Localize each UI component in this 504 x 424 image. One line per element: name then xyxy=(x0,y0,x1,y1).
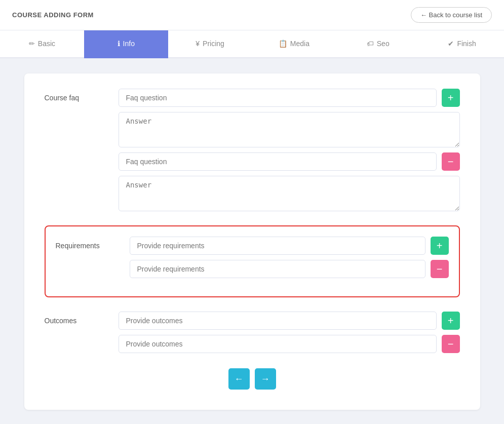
out1-row: + xyxy=(119,312,460,330)
prev-button[interactable]: ← xyxy=(228,368,250,390)
tab-seo-label: Seo xyxy=(377,40,390,48)
requirements-row: Requirements + − xyxy=(56,237,449,278)
out1-input[interactable] xyxy=(119,312,437,330)
outcomes-remove-button[interactable]: − xyxy=(442,335,460,353)
tabs-bar: ✏ Basic ℹ Info ¥ Pricing 📋 Media 🏷 Seo ✔… xyxy=(0,30,504,58)
tab-media[interactable]: 📋 Media xyxy=(252,30,336,58)
main-content: Course faq + − Requirements xyxy=(24,73,480,410)
back-to-course-button[interactable]: ← Back to course list xyxy=(411,7,492,23)
requirements-section: Requirements + − xyxy=(45,225,460,297)
outcomes-label: Outcomes xyxy=(45,312,110,325)
faq2-answer-input[interactable] xyxy=(119,176,460,211)
requirements-inputs: + − xyxy=(130,237,449,278)
media-icon: 📋 xyxy=(279,40,287,48)
finish-icon: ✔ xyxy=(448,40,454,48)
req1-row: + xyxy=(130,237,449,255)
next-button[interactable]: → xyxy=(255,368,276,390)
tab-basic[interactable]: ✏ Basic xyxy=(0,30,84,58)
faq2-question-row: − xyxy=(119,152,460,171)
req2-input[interactable] xyxy=(130,260,425,278)
tab-finish[interactable]: ✔ Finish xyxy=(420,30,504,58)
outcomes-section: Outcomes + − xyxy=(45,312,460,353)
out2-input[interactable] xyxy=(119,335,437,353)
tab-pricing-label: Pricing xyxy=(203,40,224,48)
tab-basic-label: Basic xyxy=(38,40,55,48)
tab-seo[interactable]: 🏷 Seo xyxy=(336,30,420,58)
faq1-answer-input[interactable] xyxy=(119,112,460,147)
course-faq-label: Course faq xyxy=(45,89,110,102)
pencil-icon: ✏ xyxy=(29,40,35,48)
faq-add-button[interactable]: + xyxy=(442,89,460,107)
req2-row: − xyxy=(130,260,449,278)
faq-remove-button[interactable]: − xyxy=(442,152,460,171)
faq-inputs: + − xyxy=(119,89,460,211)
yen-icon: ¥ xyxy=(196,40,200,48)
nav-buttons: ← → xyxy=(45,368,460,390)
faq2-question-input[interactable] xyxy=(119,152,437,171)
tab-info-label: Info xyxy=(123,40,135,48)
page-title: COURSE ADDING FORM xyxy=(12,11,94,19)
outcomes-row: Outcomes + − xyxy=(45,312,460,353)
faq1-question-row: + xyxy=(119,89,460,107)
outcomes-inputs: + − xyxy=(119,312,460,353)
tab-media-label: Media xyxy=(290,40,309,48)
faq1-question-input[interactable] xyxy=(119,89,437,107)
req1-input[interactable] xyxy=(130,237,425,255)
req-add-button[interactable]: + xyxy=(431,237,449,255)
tab-finish-label: Finish xyxy=(457,40,476,48)
course-faq-section: Course faq + − xyxy=(45,89,460,211)
faq-row: Course faq + − xyxy=(45,89,460,211)
seo-icon: 🏷 xyxy=(367,40,374,48)
tab-pricing[interactable]: ¥ Pricing xyxy=(168,30,252,58)
outcomes-add-button[interactable]: + xyxy=(442,312,460,330)
tab-info[interactable]: ℹ Info xyxy=(84,30,168,58)
requirements-label: Requirements xyxy=(56,237,122,250)
info-icon: ℹ xyxy=(118,40,120,48)
out2-row: − xyxy=(119,335,460,353)
req-remove-button[interactable]: − xyxy=(431,260,449,278)
